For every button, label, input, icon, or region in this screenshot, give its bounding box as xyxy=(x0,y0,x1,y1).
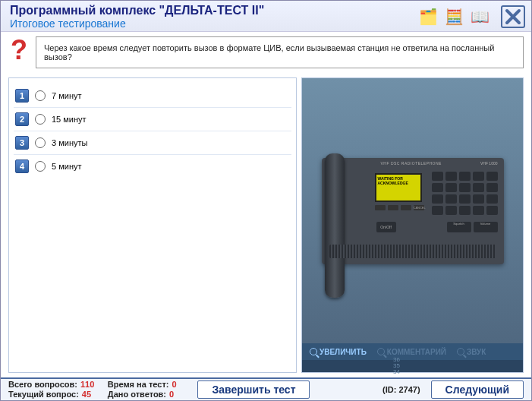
zoom-button[interactable]: УВЕЛИЧИТЬ xyxy=(305,346,371,358)
close-icon xyxy=(505,8,521,25)
given-label: Дано ответов: xyxy=(108,390,166,399)
question-id: (ID: 2747) xyxy=(382,385,420,394)
device-illustration: VHF DSC RADIOTELEPHONE VHF 1000 WAITING … xyxy=(322,158,504,264)
footer: Всего вопросов: 110 Текущий вопрос: 45 В… xyxy=(1,377,531,400)
app-title: Программный комплекс "ДЕЛЬТА-ТЕСТ II" xyxy=(10,4,417,17)
radio-button[interactable] xyxy=(35,90,46,101)
question-text: Через какое время следует повторить вызо… xyxy=(36,36,524,68)
sound-button[interactable]: ЗВУК xyxy=(452,346,490,358)
answer-row-4[interactable]: 4 5 минут xyxy=(14,155,291,178)
current-label: Текущий вопрос: xyxy=(8,390,79,399)
answer-row-2[interactable]: 2 15 минут xyxy=(14,108,291,131)
current-value: 45 xyxy=(82,390,97,399)
answer-badge: 1 xyxy=(15,89,29,103)
answer-row-3[interactable]: 3 3 минуты xyxy=(14,131,291,155)
lcd-line2: ACKNOWLEDGE xyxy=(378,181,408,185)
image-holder: VHF DSC RADIOTELEPHONE VHF 1000 WAITING … xyxy=(302,78,523,343)
answer-row-1[interactable]: 1 7 минут xyxy=(14,84,291,108)
device-lcd: WAITING FOR ACKNOWLEDGE xyxy=(375,173,422,202)
magnify-icon xyxy=(377,348,385,355)
image-toolbar: УВЕЛИЧИТЬ КОММЕНТАРИЙ ЗВУК xyxy=(302,343,523,360)
answer-badge: 2 xyxy=(15,112,29,126)
magnify-icon xyxy=(457,348,464,355)
device-model: VHF 1000 xyxy=(480,161,498,166)
comment-label: КОММЕНТАРИЙ xyxy=(387,348,446,356)
image-panel: VHF DSC RADIOTELEPHONE VHF 1000 WAITING … xyxy=(301,77,524,373)
time-value: 0 xyxy=(172,380,187,390)
main-area: 1 7 минут 2 15 минут 3 3 минуты 4 5 мину… xyxy=(1,73,531,377)
device-speaker xyxy=(329,245,496,258)
time-label: Время на тест: xyxy=(108,380,169,390)
answers-panel: 1 7 минут 2 15 минут 3 3 минуты 4 5 мину… xyxy=(8,77,297,373)
device-label: VHF DSC RADIOTELEPHONE xyxy=(381,161,442,166)
app-window: Программный комплекс "ДЕЛЬТА-ТЕСТ II" Ит… xyxy=(0,0,532,401)
given-value: 0 xyxy=(169,390,184,399)
radio-button[interactable] xyxy=(35,114,46,125)
volume-label: Volume xyxy=(474,222,498,232)
answer-text: 15 минут xyxy=(52,115,87,124)
magnify-icon xyxy=(310,348,317,355)
sound-label: ЗВУК xyxy=(467,348,486,356)
handset xyxy=(325,153,345,298)
help-book-icon[interactable]: 📖 xyxy=(469,7,490,27)
total-label: Всего вопросов: xyxy=(8,380,77,390)
question-mark-icon: ? xyxy=(8,36,30,68)
answer-text: 3 минуты xyxy=(52,138,87,147)
answer-text: 7 минут xyxy=(52,91,82,100)
calculator-icon[interactable]: 🧮 xyxy=(443,7,464,27)
radio-button[interactable] xyxy=(35,161,46,172)
question-bar: ? Через какое время следует повторить вы… xyxy=(1,32,531,73)
device-onoff: On/Off xyxy=(376,222,396,232)
titlebar: Программный комплекс "ДЕЛЬТА-ТЕСТ II" Ит… xyxy=(1,1,531,32)
lcd-cancel: CANCEL xyxy=(414,205,424,210)
squelch-label: Squelch xyxy=(447,222,471,232)
comment-button[interactable]: КОММЕНТАРИЙ xyxy=(373,346,451,358)
answer-badge: 3 xyxy=(15,136,29,150)
app-subtitle: Итоговое тестирование xyxy=(10,17,417,30)
device-keypad xyxy=(432,172,498,215)
zoom-label: УВЕЛИЧИТЬ xyxy=(320,348,367,356)
ruler-tick: 34 xyxy=(393,369,400,375)
close-button[interactable] xyxy=(501,5,525,28)
finish-test-button[interactable]: Завершить тест xyxy=(197,380,310,399)
next-button[interactable]: Следующий xyxy=(431,380,524,399)
image-ruler: 36 35 34 xyxy=(302,360,523,372)
device-side-buttons: Squelch Volume xyxy=(447,222,498,232)
answer-text: 5 минут xyxy=(52,162,82,171)
total-value: 110 xyxy=(80,380,96,390)
lcd-buttons: CANCEL xyxy=(375,205,424,210)
answer-badge: 4 xyxy=(15,159,29,173)
cards-icon[interactable]: 🗂️ xyxy=(417,7,439,27)
radio-button[interactable] xyxy=(35,137,46,148)
